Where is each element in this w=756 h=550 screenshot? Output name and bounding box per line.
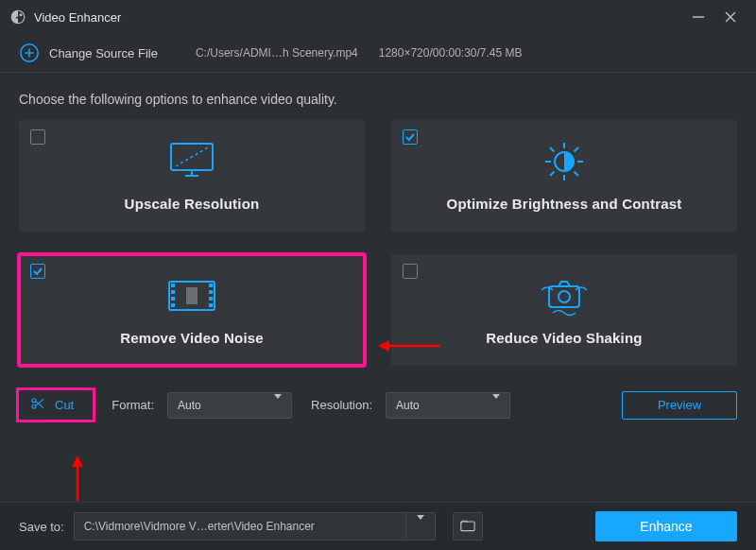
preview-label: Preview xyxy=(658,398,701,412)
svg-rect-29 xyxy=(209,297,213,301)
annotation-arrow-up xyxy=(66,454,89,503)
save-path-field[interactable]: C:\Vidmore\Vidmore V…erter\Video Enhance… xyxy=(74,512,406,541)
svg-rect-25 xyxy=(171,297,175,301)
svg-marker-40 xyxy=(378,340,389,352)
checkbox-deshake[interactable] xyxy=(403,264,418,279)
close-button[interactable] xyxy=(714,0,747,34)
option-upscale-resolution[interactable]: Upscale Resolution xyxy=(19,120,365,232)
format-dropdown[interactable]: Auto xyxy=(167,392,292,419)
option-label: Optimize Brightness and Contrast xyxy=(447,196,682,212)
chevron-down-icon xyxy=(492,399,500,412)
option-reduce-shaking[interactable]: Reduce Video Shaking xyxy=(391,254,737,366)
option-brightness-contrast[interactable]: Optimize Brightness and Contrast xyxy=(391,120,737,232)
svg-rect-31 xyxy=(186,287,198,304)
source-file-meta: 1280×720/00:00:30/7.45 MB xyxy=(379,46,523,60)
svg-marker-42 xyxy=(72,455,83,467)
annotation-arrow-left xyxy=(376,335,442,357)
open-folder-button[interactable] xyxy=(453,512,483,541)
format-value: Auto xyxy=(178,399,201,412)
add-file-icon[interactable] xyxy=(19,43,40,63)
resolution-dropdown[interactable]: Auto xyxy=(386,392,510,419)
save-to-label: Save to: xyxy=(19,520,64,534)
monitor-icon xyxy=(166,135,217,188)
svg-rect-38 xyxy=(461,522,474,531)
sun-contrast-icon xyxy=(539,135,590,188)
svg-line-19 xyxy=(575,172,579,177)
option-remove-noise[interactable]: Remove Video Noise xyxy=(19,254,365,366)
source-bar: Change Source File C:/Users/ADMI…h Scene… xyxy=(0,34,756,73)
chevron-down-icon xyxy=(417,520,424,534)
controls-row: Cut Format: Auto Resolution: Auto Previe… xyxy=(0,366,756,420)
film-noise-icon xyxy=(165,269,218,322)
resolution-value: Auto xyxy=(396,399,420,412)
svg-line-18 xyxy=(550,147,555,152)
resolution-label: Resolution: xyxy=(311,398,372,412)
svg-rect-23 xyxy=(171,284,175,287)
checkbox-denoise[interactable] xyxy=(30,264,45,279)
options-grid: Upscale Resolution Op xyxy=(0,120,756,366)
svg-rect-24 xyxy=(171,290,175,294)
cut-button[interactable]: Cut xyxy=(19,390,93,420)
svg-rect-28 xyxy=(209,290,213,294)
svg-point-2 xyxy=(20,13,23,16)
format-label: Format: xyxy=(112,398,154,412)
checkbox-upscale[interactable] xyxy=(30,129,45,145)
camera-shake-icon xyxy=(536,269,593,322)
change-source-link[interactable]: Change Source File xyxy=(49,46,158,60)
svg-rect-30 xyxy=(209,303,213,307)
option-label: Reduce Video Shaking xyxy=(486,330,642,346)
titlebar: Video Enhancer xyxy=(0,0,756,34)
option-label: Remove Video Noise xyxy=(120,330,264,346)
svg-rect-26 xyxy=(171,303,175,307)
instruction-text: Choose the following options to enhance … xyxy=(0,73,756,120)
app-logo-icon xyxy=(9,9,26,26)
save-path-dropdown[interactable] xyxy=(406,512,436,541)
preview-button[interactable]: Preview xyxy=(622,391,737,420)
svg-line-21 xyxy=(550,172,555,177)
minimize-button[interactable] xyxy=(682,0,714,34)
folder-icon xyxy=(460,519,475,535)
footer: Save to: C:\Vidmore\Vidmore V…erter\Vide… xyxy=(0,502,756,550)
enhance-label: Enhance xyxy=(640,519,692,534)
enhance-button[interactable]: Enhance xyxy=(595,511,737,541)
scissors-icon xyxy=(30,396,45,414)
option-label: Upscale Resolution xyxy=(125,196,260,212)
source-file-path: C:/Users/ADMI…h Scenery.mp4 xyxy=(196,46,358,60)
checkbox-brightness[interactable] xyxy=(403,129,418,145)
svg-point-33 xyxy=(558,291,570,302)
window-title: Video Enhancer xyxy=(34,10,121,25)
svg-line-20 xyxy=(575,147,579,152)
svg-line-10 xyxy=(176,147,208,166)
svg-point-1 xyxy=(16,17,18,19)
chevron-down-icon xyxy=(274,399,282,412)
svg-rect-27 xyxy=(209,284,213,287)
svg-rect-32 xyxy=(549,286,579,307)
cut-label: Cut xyxy=(55,398,74,412)
save-path-value: C:\Vidmore\Vidmore V…erter\Video Enhance… xyxy=(84,520,315,533)
